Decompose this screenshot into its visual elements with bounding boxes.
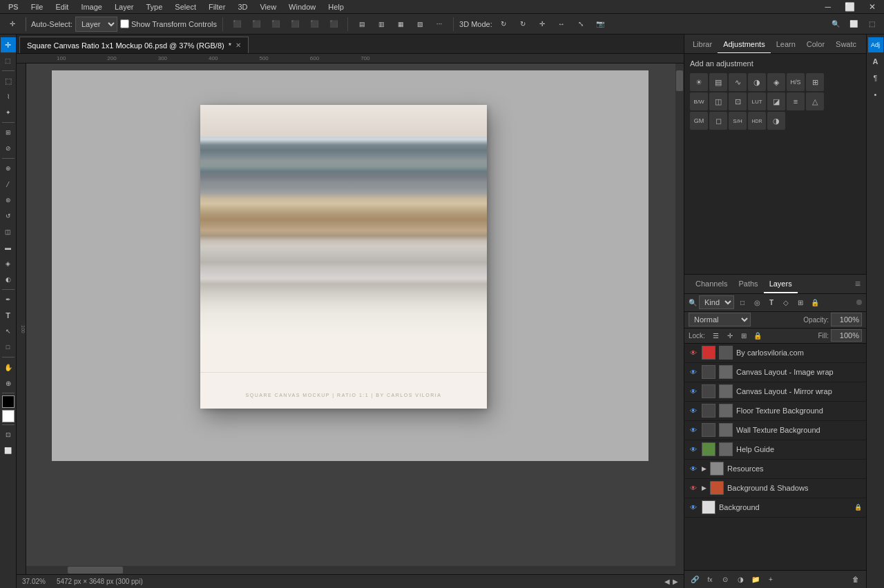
- filter-kind-select[interactable]: Kind: [699, 295, 734, 309]
- scroll-thumb-h[interactable]: [68, 567, 123, 574]
- artboard-tool-btn[interactable]: ⬚: [1, 53, 16, 68]
- auto-select-dropdown[interactable]: Layer Group: [75, 17, 117, 32]
- menu-image[interactable]: Image: [75, 0, 108, 14]
- posterize-icon[interactable]: ≡: [787, 92, 805, 110]
- align-right-btn[interactable]: ⬛: [325, 16, 342, 32]
- horizontal-scrollbar[interactable]: [26, 566, 675, 574]
- add-mask-btn[interactable]: ⊙: [719, 574, 731, 586]
- channels-tab[interactable]: Channels: [690, 274, 733, 293]
- paths-tab[interactable]: Paths: [733, 274, 763, 293]
- lasso-tool-btn[interactable]: ⌇: [1, 89, 16, 104]
- filter-type-icon[interactable]: T: [765, 296, 778, 308]
- 3d-pan-btn[interactable]: ✛: [534, 16, 550, 32]
- tab-learn[interactable]: Learn: [771, 35, 801, 54]
- layer-item-4[interactable]: 👁 Floor Texture Background: [684, 402, 866, 421]
- menu-edit[interactable]: Edit: [50, 0, 74, 14]
- tab-swatches[interactable]: Swatc: [830, 35, 862, 54]
- layer-item-1[interactable]: 👁 By carlosviloria.com: [684, 344, 866, 363]
- magic-wand-btn[interactable]: ✦: [1, 105, 16, 120]
- menu-3d[interactable]: 3D: [232, 0, 253, 14]
- search-btn[interactable]: 🔍: [827, 16, 844, 32]
- color-lookup-icon[interactable]: LUT: [748, 92, 766, 110]
- layer-visibility-4[interactable]: 👁: [689, 406, 698, 415]
- layer-visibility-7[interactable]: 👁: [689, 464, 698, 473]
- layer-item-6[interactable]: 👁 Help Guide: [684, 440, 866, 460]
- 3d-roll-btn[interactable]: ↻: [515, 16, 531, 32]
- healing-btn[interactable]: ⊕: [1, 161, 16, 176]
- clone-stamp-btn[interactable]: ⊛: [1, 193, 16, 208]
- selective-color-icon[interactable]: ◻: [709, 112, 727, 130]
- layer-arrow-7[interactable]: ▶: [702, 465, 707, 472]
- align-left-btn[interactable]: ⬛: [287, 16, 303, 32]
- menu-ps[interactable]: PS: [3, 0, 24, 14]
- quick-mask-btn[interactable]: ⊡: [1, 427, 16, 442]
- align-hcenter-btn[interactable]: ⬛: [306, 16, 323, 32]
- align-bottom-btn[interactable]: ⬛: [267, 16, 284, 32]
- gradient-btn[interactable]: ▬: [1, 240, 16, 255]
- layer-item-7[interactable]: 👁 ▶ Resources: [684, 460, 866, 479]
- distribute-btn-1[interactable]: ▤: [354, 16, 370, 32]
- adj-layer-btn[interactable]: ◑: [734, 574, 747, 586]
- distribute-btn-3[interactable]: ▦: [392, 16, 409, 32]
- filter-shape-icon[interactable]: ◇: [780, 296, 792, 308]
- workspace-btn[interactable]: ⬜: [845, 16, 862, 32]
- pen-tool-btn[interactable]: ✒: [1, 292, 16, 307]
- lock-position-btn[interactable]: ✛: [724, 330, 736, 341]
- layer-visibility-5[interactable]: 👁: [689, 425, 698, 435]
- layer-visibility-2[interactable]: 👁: [689, 367, 698, 377]
- layer-visibility-3[interactable]: 👁: [689, 386, 698, 396]
- channel-mixer-icon[interactable]: ⊡: [729, 92, 747, 110]
- zoom-tool-btn[interactable]: ⊕: [1, 375, 16, 391]
- layer-item-2[interactable]: 👁 Canvas Layout - Image wrap: [684, 363, 866, 382]
- document-tab[interactable]: Square Canvas Ratio 1x1 Mockup 06.psd @ …: [19, 37, 249, 53]
- layer-item-5[interactable]: 👁 Wall Texture Background: [684, 421, 866, 440]
- 3d-camera-btn[interactable]: 📷: [592, 16, 608, 32]
- menu-layer[interactable]: Layer: [109, 0, 140, 14]
- layers-tab[interactable]: Layers: [764, 274, 798, 293]
- tab-color[interactable]: Color: [801, 35, 830, 54]
- tab-librar[interactable]: Librar: [687, 35, 718, 54]
- layer-visibility-8[interactable]: 👁: [689, 483, 698, 493]
- restore-btn[interactable]: ⬜: [839, 0, 861, 14]
- levels-icon[interactable]: ▤: [709, 73, 727, 91]
- color-balance-icon[interactable]: ⊞: [806, 73, 824, 91]
- bg-color-btn[interactable]: [2, 410, 15, 422]
- vertical-scrollbar[interactable]: [675, 63, 684, 574]
- menu-select[interactable]: Select: [169, 0, 202, 14]
- threshold-icon[interactable]: △: [806, 92, 824, 110]
- menu-window[interactable]: Window: [283, 0, 321, 14]
- 3d-orbit-btn[interactable]: ↻: [495, 16, 512, 32]
- extras-btn[interactable]: ···: [431, 16, 448, 32]
- status-nav-right[interactable]: ▶: [673, 578, 678, 585]
- hand-tool-btn[interactable]: ✋: [1, 360, 16, 375]
- close-btn[interactable]: ✕: [863, 0, 881, 14]
- curves-icon[interactable]: ∿: [729, 73, 747, 91]
- shadows-highlights-icon[interactable]: S/H: [729, 112, 747, 130]
- align-top-btn[interactable]: ⬛: [229, 16, 245, 32]
- crop-tool-btn[interactable]: ⊞: [1, 125, 16, 140]
- delete-layer-btn[interactable]: 🗑: [849, 574, 862, 586]
- move-tool-icon[interactable]: ✛: [4, 16, 21, 32]
- align-vcenter-btn[interactable]: ⬛: [248, 16, 265, 32]
- history-brush-btn[interactable]: ↺: [1, 208, 16, 224]
- menu-file[interactable]: File: [26, 0, 49, 14]
- move-tool-btn[interactable]: ✛: [1, 37, 16, 52]
- minimize-btn[interactable]: ─: [819, 0, 836, 14]
- fill-input[interactable]: [831, 329, 862, 342]
- screen-mode-btn[interactable]: ⬜: [1, 443, 16, 458]
- filter-lock-icon[interactable]: 🔒: [809, 296, 821, 308]
- shape-tool-btn[interactable]: □: [1, 340, 16, 355]
- distribute-btn-2[interactable]: ▥: [373, 16, 390, 32]
- panel-dot-btn[interactable]: •: [868, 87, 883, 102]
- path-select-btn[interactable]: ↖: [1, 324, 16, 339]
- status-nav-left[interactable]: ◀: [664, 578, 670, 585]
- lock-artboard-btn[interactable]: ⊞: [738, 330, 749, 341]
- panel-text-btn[interactable]: A: [868, 54, 883, 69]
- invert-icon[interactable]: ◪: [767, 92, 785, 110]
- filter-smartobj-icon[interactable]: ⊞: [794, 296, 807, 308]
- 3d-scale-btn[interactable]: ⤡: [573, 16, 589, 32]
- link-layers-btn[interactable]: 🔗: [689, 574, 701, 586]
- menu-help[interactable]: Help: [323, 0, 349, 14]
- layer-item-9[interactable]: 👁 Background 🔒: [684, 498, 866, 518]
- vibrance-icon[interactable]: ◈: [767, 73, 785, 91]
